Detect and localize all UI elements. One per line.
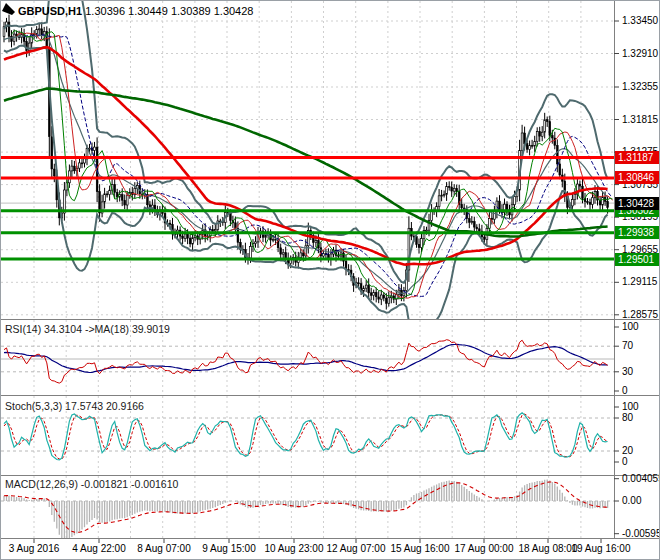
- time-axis-label: 15 Aug 16:00: [391, 543, 450, 554]
- macd-scale-label: 0.00: [622, 495, 641, 507]
- stoch-scale-label: 0: [622, 456, 628, 468]
- time-axis-label: 12 Aug 07:00: [327, 543, 386, 554]
- price-axis-label: 1.29115: [622, 276, 657, 288]
- resistance-price-label: 1.30846: [615, 171, 660, 184]
- time-axis-label: 19 Aug 16:00: [572, 543, 631, 554]
- bid-price-label: 1.30428: [615, 197, 660, 210]
- support-price-label: 1.29938: [615, 226, 660, 239]
- price-axis-label: 1.28575: [622, 309, 658, 321]
- time-axis-label: 8 Aug 07:00: [137, 543, 190, 554]
- rsi-scale-label: 70: [622, 340, 633, 352]
- slow-ma-green-line: [4, 89, 608, 237]
- time-axis-label: 10 Aug 23:00: [265, 543, 324, 554]
- time-axis-label: 3 Aug 2016: [9, 543, 60, 554]
- resistance-price-label: 1.31187: [615, 151, 660, 164]
- rsi-indicator-label: RSI(14) 34.3104 ->MA(18) 39.9019: [5, 323, 170, 335]
- cursor-icon: [2, 2, 16, 16]
- stoch-scale-label: 80: [622, 412, 633, 424]
- stochastic-panel: [1, 413, 614, 460]
- support-price-label: 1.29501: [615, 253, 660, 266]
- rsi-scale-label: 0: [622, 385, 628, 397]
- trading-terminal-chart: GBPUSD,H1 1.30396 1.30449 1.30389 1.3042…: [0, 0, 660, 560]
- rsi-scale-label: 30: [622, 366, 633, 378]
- price-axis-label: 1.31815: [622, 114, 658, 126]
- symbol-period-label: GBPUSD,H1: [18, 5, 82, 17]
- time-axis-label: 9 Aug 15:00: [202, 543, 255, 554]
- time-axis-label: 17 Aug 00:00: [455, 543, 514, 554]
- macd-scale-label: 0.004055: [622, 473, 660, 485]
- chart-title: GBPUSD,H1 1.30396 1.30449 1.30389 1.3042…: [18, 5, 253, 17]
- stoch-indicator-label: Stoch(5,3,3) 17.5743 20.9166: [5, 400, 144, 412]
- time-axis-label: 4 Aug 22:00: [72, 543, 125, 554]
- stochastic-main-line: [4, 413, 608, 460]
- macd-indicator-label: MACD(12,26,9) -0.001821 -0.001610: [5, 478, 178, 490]
- ohlc-values: 1.30396 1.30449 1.30389 1.30428: [85, 5, 253, 17]
- candle-wicks: [4, 15, 608, 310]
- macd-scale-label: -0.005951: [622, 528, 660, 540]
- price-axis-label: 1.32355: [622, 81, 658, 93]
- chart-svg[interactable]: [1, 1, 660, 560]
- rsi-panel: [1, 340, 614, 383]
- price-axis-label: 1.32910: [622, 48, 658, 60]
- rsi-scale-label: 100: [622, 321, 639, 333]
- main-price-panel: [1, 1, 614, 331]
- price-axis-label: 1.33450: [622, 15, 658, 27]
- time-axis-label: 18 Aug 08:00: [519, 543, 578, 554]
